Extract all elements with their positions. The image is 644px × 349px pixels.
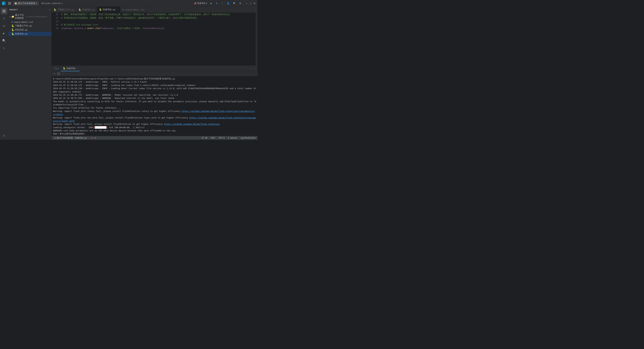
stop-button[interactable]: ⬛ [57, 72, 60, 75]
line-ending-label: CRLF [211, 137, 215, 139]
run-tab-close-icon[interactable]: ✕ [76, 67, 78, 69]
layer-norm-link[interactable]: https://github.com/Dao-AILab/flash-atten… [53, 116, 256, 122]
sidebar-item-root-folder[interactable]: ▾ 📁 通义千问本地部署 C:\Users\10333\Desk... [8, 13, 52, 20]
run-tab-icon: 🐍 [63, 67, 66, 69]
sidebar-label-download: 下载通义千问.py [15, 24, 32, 27]
version-control-selector[interactable]: Version control ▾ [41, 2, 63, 4]
account-button[interactable]: 👤 [226, 1, 231, 5]
run-tab-name: 快速开始 [66, 67, 75, 70]
terminal-line-interval: 2024-02-25 21:38:57,599 - modelscope - W… [53, 96, 256, 100]
sidebar-item-requirement[interactable]: ≡ requirement.txt [8, 20, 52, 24]
minimize-button[interactable]: ─ [245, 2, 248, 5]
status-encoding[interactable]: UTF-8 [218, 137, 225, 139]
activity-layers-icon[interactable]: ≡ [1, 44, 8, 51]
breadcrumb-separator: › [74, 137, 75, 139]
sidebar-item-start[interactable]: 🐍 开始代码.py [8, 28, 52, 32]
console-controls: ↻ ⬛ ⋮ [52, 71, 258, 76]
update-button[interactable]: ⬇ [214, 1, 219, 5]
tab-label-download: 下载通义千问.py [57, 8, 74, 11]
titlebar-right: 🚀 快速开始 ▾ ▶ ⬇ ⋮ 👤 🔍 ⚙ ─ □ ✕ [193, 1, 256, 5]
svg-rect-6 [4, 10, 5, 11]
activity-commit-icon[interactable] [1, 15, 8, 22]
run-panel-minimize-button[interactable]: ─ [253, 67, 256, 70]
sidebar-label-requirement: requirement.txt [14, 21, 33, 23]
terminal-output[interactable]: D:\Users\10333\anaconda3\envs\pytorch\py… [52, 76, 258, 136]
branch-name: 通义千问本地部署 [57, 137, 73, 139]
status-language[interactable]: cpythonPython [240, 137, 256, 139]
terminal-line-warn-rms: Warning: import flash_attn rms_norm fail… [53, 116, 256, 123]
status-branch[interactable]: ⎇ 通义千问本地部署 › 快速开始.py [53, 137, 88, 139]
version-control-chevron-icon: ▾ [62, 2, 63, 4]
svg-rect-2 [8, 2, 11, 2]
activity-project-icon[interactable] [1, 8, 8, 14]
restore-button[interactable]: □ [249, 2, 252, 5]
tab-py-icon-start: 🐍 [78, 8, 81, 11]
close-button[interactable]: ✕ [253, 2, 256, 5]
run-button[interactable]: ▶ [209, 1, 214, 5]
tab-quick[interactable]: 🐍 快速开始.py ✕ [97, 7, 120, 13]
terminal-line-pytorch: 2024-02-25 21:38:56,174 - modelscope - I… [53, 80, 256, 83]
terminal-line-ast: 2024-02-25 21:38:56,175 - modelscope - I… [53, 84, 256, 87]
tab-requirement[interactable]: ≡ requirement.txt [120, 7, 146, 13]
status-errors[interactable]: ⚠ 1 ⚠ 4 [89, 137, 97, 139]
status-line-ending[interactable]: CRLF [210, 137, 216, 139]
terminal-line-flash-try: Try importing flash-attention for faster… [53, 106, 256, 109]
status-position[interactable]: 37:20 [201, 137, 208, 139]
project-selector[interactable]: 🏠 通义千问本地部署 ▾ [13, 1, 38, 5]
code-line-31: # 最终，李明成功地获得了一笔投资，开始了自己的创业之路。他成立了一家科技公司，… [61, 13, 254, 16]
error-icon: ⚠ [90, 137, 91, 139]
tab-more-button[interactable]: ⋮ [253, 8, 258, 11]
settings-button[interactable]: ⚙ [238, 1, 242, 5]
language-label: cpythonPython [240, 137, 256, 139]
more-options-button[interactable]: ⋮ [220, 1, 224, 5]
status-indent[interactable]: 4 spaces [227, 137, 238, 139]
terminal-line-cmd: D:\Users\10333\anaconda3\envs\pytorch\py… [53, 77, 256, 80]
tab-py-icon-download: 🐍 [54, 8, 56, 11]
svg-text:J: J [2, 2, 4, 5]
folder-expand-icon: ▾ [10, 15, 11, 18]
tab-label-requirement: requirement.txt [125, 8, 144, 11]
flash-link[interactable]: https://github.com/Dao-AILab/flash-atten… [164, 123, 220, 125]
hamburger-button[interactable] [8, 1, 12, 5]
editor-scrollbar[interactable] [256, 13, 258, 66]
titlebar: J 🏠 通义千问本地部署 ▾ Version control ▾ 🚀 快速开始 … [0, 0, 258, 7]
sidebar-tree: ▾ 📁 通义千问本地部署 C:\Users\10333\Desk... ≡ re… [8, 13, 52, 140]
encoding-label: UTF-8 [219, 137, 224, 139]
file-py-icon-start: 🐍 [12, 28, 14, 31]
code-content[interactable]: # 最终，李明成功地获得了一笔投资，开始了自己的创业之路。他成立了一家科技公司，… [60, 13, 256, 66]
sidebar-item-download[interactable]: 🐍 下载通义千问.py [8, 24, 52, 28]
tab-label-quick: 快速开始.py [103, 8, 116, 11]
rotary-link[interactable]: https://github.com/Dao-AILab/flash-atten… [53, 110, 255, 116]
run-tab-quick[interactable]: 🐍 快速开始 ✕ [61, 66, 80, 71]
run-shortcut-chevron-icon: ▾ [206, 2, 207, 4]
warning-count: 4 [95, 137, 96, 139]
branch-icon: ⎇ [54, 137, 56, 139]
tab-download[interactable]: 🐍 下载通义千问.py [52, 7, 76, 13]
code-line-35: response. history = model.chat(tokenizer… [61, 27, 254, 30]
folder-icon: 📁 [12, 15, 14, 18]
run-panel-header: Run 🐍 快速开始 ✕ ⋮ ─ [52, 66, 258, 71]
terminal-line-warn-flash: Warning: import flash_attn fail, please … [53, 122, 256, 126]
run-panel-tools: ⋮ ─ [249, 67, 256, 70]
activity-plugins-icon[interactable]: ⊞ [1, 22, 8, 29]
console-options-button[interactable]: ⋮ [61, 72, 64, 75]
activity-settings2-icon[interactable]: ⚙ [1, 132, 8, 139]
search-button[interactable]: 🔍 [232, 1, 237, 5]
svg-rect-3 [8, 3, 11, 3]
run-panel-more-button[interactable]: ⋮ [249, 67, 252, 70]
rerun-button[interactable]: ↻ [53, 72, 56, 75]
activity-run-icon[interactable]: ▶ [1, 30, 8, 36]
tab-start[interactable]: 🐍 开始代码.py [76, 7, 97, 13]
file-py-icon-quick: 🐍 [12, 32, 14, 35]
project-icon: 🏠 [14, 2, 17, 4]
run-tab-label[interactable]: Run [53, 66, 61, 71]
tab-close-quick[interactable]: ✕ [116, 8, 118, 11]
svg-rect-4 [8, 4, 11, 4]
root-folder-path: C:\Users\10333\Desk... [26, 15, 50, 18]
run-shortcut-button[interactable]: 🚀 快速开始 ▾ [193, 1, 208, 5]
activity-search2-icon[interactable]: 🔍 [1, 37, 8, 44]
file-txt-icon: ≡ [12, 20, 13, 23]
warning-icon: ⚠ [93, 137, 94, 139]
sidebar-item-quick[interactable]: 🐍 快速开始.py [8, 32, 52, 36]
tab-label-start: 开始代码.py [82, 8, 95, 11]
